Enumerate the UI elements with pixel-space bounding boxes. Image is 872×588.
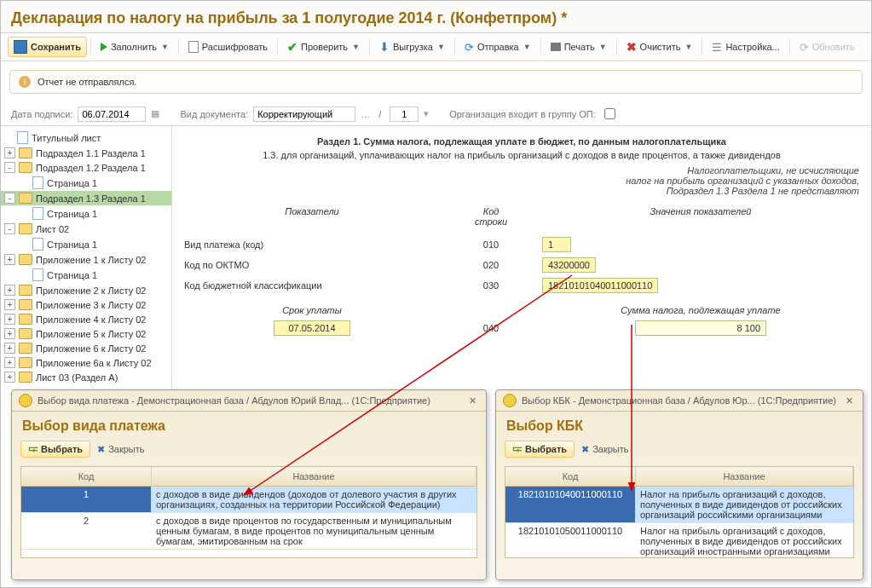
- folder-icon: [19, 328, 32, 339]
- kbk-field[interactable]: 18210101040011000110: [542, 278, 658, 293]
- send-button[interactable]: ⟳Отправка▼: [459, 37, 537, 57]
- folder-icon: [19, 314, 32, 325]
- subhdr-amount: Сумма налога, подлежащая уплате: [542, 305, 859, 315]
- folder-icon: [19, 162, 32, 173]
- tree-node[interactable]: +Приложение 2 к Листу 02: [1, 283, 171, 297]
- section-title: Раздел 1. Сумма налога, подлежащая уплат…: [184, 136, 859, 147]
- org-group-checkbox[interactable]: [604, 108, 615, 119]
- close-button[interactable]: ✖Закрыть: [581, 444, 628, 455]
- folder-icon: [19, 193, 32, 204]
- page-icon: [32, 176, 43, 189]
- warning-icon: i: [19, 76, 31, 88]
- tree-node[interactable]: -Подраздел 1.2 Раздела 1: [1, 160, 171, 175]
- refresh-button[interactable]: ⟳Обновить: [794, 37, 861, 57]
- dialog-title: Выбор вида платежа: [12, 412, 486, 437]
- tree-node[interactable]: Титульный лист: [1, 130, 171, 146]
- tree-node[interactable]: Страница 1: [1, 267, 171, 283]
- tree-node[interactable]: -Лист 02: [1, 222, 171, 236]
- dialog-caption: Выбор КБК - Демонстрационная база / Абду…: [522, 395, 836, 406]
- setup-button[interactable]: ☰Настройка...: [706, 37, 785, 57]
- status-banner: i Отчет не отправлялся.: [9, 70, 863, 94]
- decode-button[interactable]: Расшифровать: [182, 37, 274, 56]
- tree-node[interactable]: +Приложение 5 к Листу 02: [1, 326, 171, 341]
- term-date-field[interactable]: 07.05.2014: [274, 320, 349, 336]
- tree-node[interactable]: +Приложение 1 к Листу 02: [1, 252, 171, 267]
- tree-node[interactable]: +Приложение 6 к Листу 02: [1, 341, 171, 355]
- doc-type-field[interactable]: [253, 107, 355, 122]
- toolbar: Сохранить Заполнить▼ Расшифровать ✔Прове…: [1, 33, 871, 61]
- kbk-grid[interactable]: КодНазвание 18210101040011000110Налог на…: [505, 466, 854, 558]
- dialog-close-button[interactable]: ✕: [465, 395, 479, 406]
- row-code: 020: [440, 260, 542, 270]
- amount-field[interactable]: 8 100: [635, 320, 766, 336]
- oktmo-field[interactable]: 43200000: [542, 257, 596, 273]
- fill-button[interactable]: Заполнить▼: [95, 38, 175, 55]
- tree-node[interactable]: Страница 1: [1, 175, 171, 191]
- col-hdr-code: Кодстроки: [440, 206, 542, 227]
- section-note: Налогоплательщики, не исчисляющиеналог н…: [184, 165, 859, 196]
- payment-type-dialog: Выбор вида платежа - Демонстрационная ба…: [11, 389, 487, 580]
- folder-icon: [19, 372, 32, 383]
- page-icon: [32, 238, 43, 251]
- disk-icon: [14, 40, 27, 54]
- dialog-close-button[interactable]: ✕: [842, 395, 856, 406]
- export-button[interactable]: ⬇Выгрузка▼: [373, 37, 451, 56]
- tree-node[interactable]: +Лист 03 (Раздел А): [1, 370, 171, 384]
- tree-node[interactable]: +Приложение 3 к Листу 02: [1, 297, 171, 312]
- select-button[interactable]: ⮓Выбрать: [20, 441, 90, 458]
- doc-icon: [188, 41, 199, 53]
- row-label: Код бюджетной классификации: [184, 280, 440, 291]
- row-code: 010: [440, 239, 542, 250]
- save-button[interactable]: Сохранить: [8, 37, 87, 57]
- section-subtitle: 1.3. для организаций, уплачивающих налог…: [184, 150, 859, 160]
- window-title: Декларация по налогу на прибыль за 1 пол…: [1, 1, 871, 33]
- payment-type-field[interactable]: 1: [542, 237, 571, 252]
- send-icon: ⟳: [465, 41, 474, 54]
- col-hdr-indicator: Показатели: [184, 206, 440, 227]
- payment-type-grid[interactable]: КодНазвание 1с доходов в виде дивидендов…: [20, 466, 477, 558]
- doc-num-field[interactable]: [390, 107, 419, 122]
- dialog-title: Выбор КБК: [496, 412, 863, 437]
- table-row[interactable]: 2с доходов в виде процентов по государст…: [21, 513, 476, 550]
- refresh-icon: ⟳: [800, 41, 809, 54]
- tree-node[interactable]: -Подраздел 1.3 Раздела 1: [1, 191, 171, 205]
- check-icon: ✔: [287, 41, 297, 53]
- print-button[interactable]: Печать▼: [545, 38, 613, 55]
- download-icon: ⬇: [379, 41, 390, 53]
- folder-icon: [19, 285, 32, 296]
- row-label: Вид платежа (код): [184, 239, 440, 250]
- kbk-dialog: Выбор КБК - Демонстрационная база / Абду…: [495, 389, 863, 580]
- meta-row: Дата подписи: ▦ Вид документа: … / ▾ Орг…: [1, 102, 871, 126]
- row-code: 030: [440, 280, 542, 291]
- row-code: 040: [440, 323, 542, 333]
- page-icon: [32, 268, 43, 281]
- gear-icon: ☰: [712, 41, 722, 54]
- table-row[interactable]: 18210101050011000110Налог на прибыль орг…: [505, 523, 853, 558]
- table-row[interactable]: 1с доходов в виде дивидендов (доходов от…: [21, 487, 476, 513]
- folder-icon: [19, 343, 32, 354]
- sign-date-field[interactable]: [78, 107, 146, 122]
- row-label: Код по ОКТМО: [184, 260, 440, 270]
- dialog-caption: Выбор вида платежа - Демонстрационная ба…: [38, 395, 430, 406]
- print-icon: [551, 43, 561, 51]
- table-row[interactable]: 18210101040011000110Налог на прибыль орг…: [505, 487, 853, 523]
- app-icon: [19, 394, 32, 407]
- folder-icon: [19, 299, 32, 310]
- close-button[interactable]: ✖Закрыть: [97, 444, 144, 455]
- play-icon: [101, 43, 107, 51]
- tree-node[interactable]: +Приложение 6а к Листу 02: [1, 355, 171, 370]
- folder-icon: [19, 223, 32, 234]
- folder-icon: [19, 147, 32, 159]
- tree-node[interactable]: Страница 1: [1, 205, 171, 222]
- folder-icon: [19, 357, 32, 368]
- tree-node[interactable]: +Приложение 4 к Листу 02: [1, 312, 171, 326]
- subhdr-term: Срок уплаты: [184, 305, 440, 315]
- tree-node[interactable]: +Подраздел 1.1 Раздела 1: [1, 146, 171, 160]
- select-button[interactable]: ⮓Выбрать: [505, 441, 575, 458]
- check-button[interactable]: ✔Проверить▼: [281, 37, 366, 56]
- folder-icon: [19, 254, 32, 265]
- tree-node[interactable]: Страница 1: [1, 236, 171, 252]
- app-icon: [503, 394, 517, 407]
- page-icon: [17, 131, 28, 144]
- clear-button[interactable]: ✖Очистить▼: [621, 37, 699, 57]
